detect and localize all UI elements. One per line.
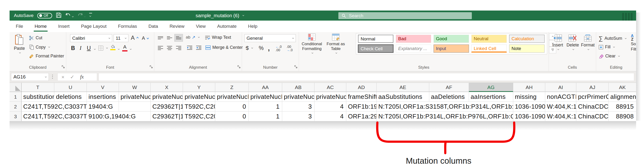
cell-AC1[interactable]: privateNucMutations — [314, 92, 346, 102]
column-header-AF[interactable]: AF — [429, 83, 469, 92]
font-size-select[interactable]: 11 — [114, 34, 128, 42]
copy-button[interactable]: Copy — [29, 44, 50, 50]
style-good[interactable]: Good — [434, 35, 469, 43]
clear-dropdown-icon[interactable] — [618, 55, 620, 56]
cell-AE1[interactable]: aaSubstitutions — [377, 92, 429, 102]
column-header-AG-selected[interactable]: AG — [469, 83, 513, 92]
align-right-button[interactable] — [174, 44, 183, 52]
column-header-AD[interactable]: AD — [346, 83, 377, 92]
cell-AJ1[interactable]: pcrPrimerChanges — [576, 92, 608, 102]
cell-AH1[interactable]: missing — [513, 92, 545, 102]
cell-AB1[interactable]: privateNucMutations — [282, 92, 314, 102]
style-calculation[interactable]: Calculation — [509, 35, 544, 43]
tab-page-layout[interactable]: Page Layout — [80, 20, 107, 32]
comma-style-button[interactable]: , — [268, 44, 270, 52]
style-input[interactable]: Input — [434, 44, 469, 53]
cell-Z1[interactable]: privateNucMutations — [215, 92, 249, 102]
column-header-Z[interactable]: Z — [215, 83, 249, 92]
cell-T1[interactable]: substitutions — [22, 92, 54, 102]
cell-AB2[interactable]: 3 — [282, 102, 314, 112]
style-check-cell[interactable]: Check Cell — [358, 44, 394, 53]
cell-AA3[interactable]: 1 — [249, 112, 282, 121]
style-note[interactable]: Note — [509, 44, 544, 53]
cell-Y3[interactable]: T592C,C20 — [183, 112, 215, 121]
cell-T2[interactable]: C241T,T592C,C3037T — [22, 102, 87, 112]
clipboard-dialog-launcher-icon[interactable] — [62, 65, 65, 70]
cell-AA1[interactable]: privateNucMutations — [249, 92, 282, 102]
cell-AJ3[interactable]: ChinaCDC_N — [576, 112, 608, 121]
formula-bar-grip-icon[interactable] — [52, 75, 53, 76]
column-header-X[interactable]: X — [151, 83, 183, 92]
fill-color-button[interactable] — [110, 44, 116, 50]
fill-button[interactable]: Fill — [598, 44, 614, 50]
paste-button[interactable]: Paste — [12, 34, 27, 54]
align-center-button[interactable] — [165, 44, 174, 52]
tab-file[interactable]: File — [15, 20, 24, 32]
style-normal[interactable]: Normal — [358, 35, 394, 43]
bottom-align-button[interactable] — [174, 34, 183, 42]
insert-dropdown-icon[interactable] — [558, 48, 559, 50]
cell-AJ2[interactable]: ChinaCDC_N — [576, 102, 608, 112]
cell-AA2[interactable]: 1 — [249, 102, 282, 112]
cell-X3[interactable]: C29362T|1 — [151, 112, 183, 121]
cancel-icon[interactable]: × — [62, 74, 64, 80]
paste-dropdown-icon[interactable] — [19, 52, 21, 53]
cell-X2[interactable]: C29362T|1 — [151, 102, 183, 112]
format-cells-button[interactable]: Format — [581, 34, 595, 50]
insert-function-button[interactable]: fx — [80, 74, 84, 80]
fill-color-dropdown-icon[interactable] — [118, 48, 120, 50]
cell-V1[interactable]: insertions — [87, 92, 119, 102]
cell-V2[interactable]: 19404:G — [87, 102, 119, 112]
cell-AE3[interactable]: N:T205I,ORF1b:P314L,ORF1b:P976L,ORF1b:Q1… — [377, 112, 513, 121]
copy-dropdown-icon[interactable] — [48, 46, 50, 48]
column-header-AE[interactable]: AE — [377, 83, 429, 92]
accounting-format-button[interactable]: $ — [246, 45, 253, 51]
tab-help[interactable]: Help — [248, 20, 258, 32]
cell-Y1[interactable]: privateNucMutations — [183, 92, 215, 102]
orientation-button[interactable]: ab — [186, 35, 200, 40]
enter-check-icon[interactable]: ✓ — [70, 74, 74, 80]
cell-W2[interactable] — [119, 102, 151, 112]
cell-AI2[interactable]: W:404,K:1 — [545, 102, 576, 112]
middle-align-button[interactable] — [165, 34, 174, 42]
font-dialog-launcher-icon[interactable] — [150, 65, 153, 70]
cell-AD1[interactable]: frameShifts — [346, 92, 377, 102]
cell-X1[interactable]: privateNucMutations — [151, 92, 183, 102]
cell-AB3[interactable]: 3 — [282, 112, 314, 121]
decrease-indent-button[interactable] — [185, 44, 194, 52]
column-header-U[interactable]: U — [54, 83, 87, 92]
underline-button[interactable]: U — [87, 45, 91, 52]
cell-AH2[interactable]: 1036-1090 — [513, 102, 545, 112]
align-left-button[interactable] — [156, 44, 165, 52]
merge-center-button[interactable]: Merge & Center — [206, 45, 247, 50]
conditional-formatting-button[interactable]: Conditional Formatting — [300, 34, 323, 54]
column-header-AK[interactable]: AK — [608, 83, 636, 92]
title-dropdown-icon[interactable] — [242, 14, 244, 16]
cell-AD2[interactable]: ORF1b:1983 — [346, 102, 377, 112]
cell-T3[interactable]: C241T,T592C,C3037T — [22, 112, 87, 121]
undo-button[interactable] — [65, 12, 74, 19]
tab-data[interactable]: Data — [148, 20, 158, 32]
borders-dropdown-icon[interactable] — [106, 47, 108, 48]
number-format-select[interactable]: General — [244, 34, 296, 42]
decrease-decimal-button[interactable]: .00→.0 — [286, 45, 293, 52]
tab-home[interactable]: Home — [34, 20, 47, 32]
column-header-AJ[interactable]: AJ — [576, 83, 608, 92]
clear-button[interactable]: Clear — [598, 54, 620, 59]
conditional-formatting-dropdown-icon[interactable] — [312, 52, 313, 54]
accounting-dropdown-icon[interactable] — [251, 47, 253, 48]
autosum-button[interactable]: ∑ AutoSum — [598, 35, 626, 42]
format-dropdown-icon[interactable] — [588, 48, 589, 50]
bold-button[interactable]: B — [71, 45, 75, 52]
font-family-select[interactable]: Calibri — [70, 34, 112, 42]
cell-AC3[interactable]: 4 — [314, 112, 346, 121]
format-as-table-dropdown-icon[interactable] — [336, 52, 337, 54]
row-header-1[interactable]: 1 — [10, 92, 22, 102]
insert-cells-button[interactable]: Insert — [551, 34, 564, 50]
grow-font-button[interactable]: A — [131, 34, 139, 41]
delete-cells-button[interactable]: Delete — [566, 34, 580, 50]
alignment-dialog-launcher-icon[interactable] — [238, 65, 240, 70]
underline-dropdown-icon[interactable] — [94, 48, 96, 50]
italic-button[interactable]: I — [80, 45, 82, 51]
formula-input[interactable] — [98, 73, 634, 81]
